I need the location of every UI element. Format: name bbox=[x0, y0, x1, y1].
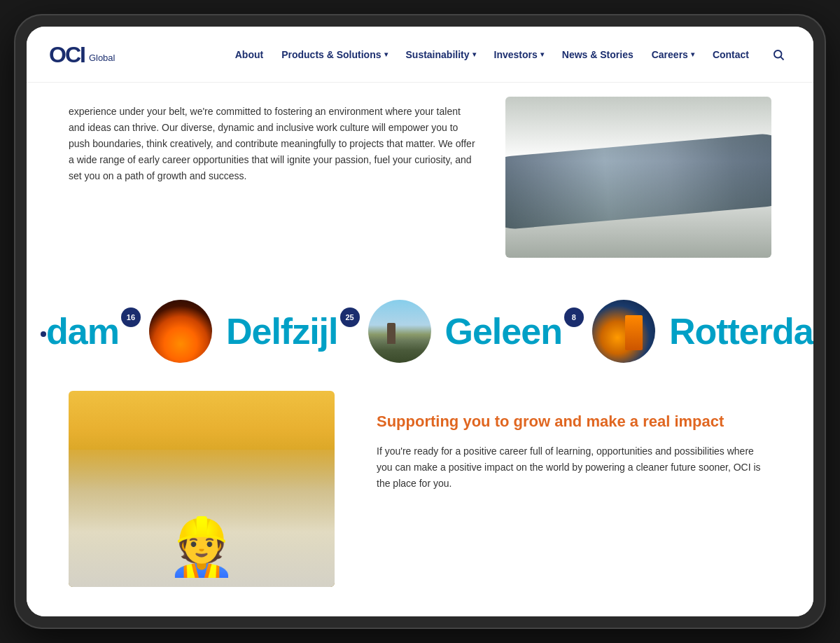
promo-body: If you're ready for a positive career fu… bbox=[377, 443, 771, 492]
bottom-section: Supporting you to grow and make a real i… bbox=[27, 391, 813, 615]
top-section: experience under your belt, we're commit… bbox=[27, 83, 813, 286]
nav-about[interactable]: About bbox=[228, 43, 270, 66]
nav-products[interactable]: Products & Solutions ▾ bbox=[274, 43, 394, 66]
intro-text-block: experience under your belt, we're commit… bbox=[69, 97, 477, 184]
nav-investors-label: Investors bbox=[494, 49, 538, 60]
nav-careers-label: Careers bbox=[652, 49, 688, 60]
chevron-down-icon: ▾ bbox=[384, 50, 388, 58]
delfzijl-circle bbox=[149, 300, 212, 363]
worker-image-block bbox=[69, 391, 335, 587]
screen: OCI Global About Products & Solutions ▾ … bbox=[27, 27, 813, 616]
amsterdam-badge: 16 bbox=[121, 307, 141, 327]
nav-sustainability[interactable]: Sustainability ▾ bbox=[399, 43, 483, 66]
chevron-down-icon: ▾ bbox=[472, 50, 476, 58]
main-content: experience under your belt, we're commit… bbox=[27, 83, 813, 616]
svg-point-0 bbox=[774, 50, 782, 58]
geleen-circle bbox=[368, 300, 431, 363]
navbar: OCI Global About Products & Solutions ▾ … bbox=[27, 27, 813, 83]
promo-text-block: Supporting you to grow and make a real i… bbox=[377, 391, 771, 492]
locations-inner: dam 16 Delfzijl 25 bbox=[27, 300, 813, 363]
intro-body-text: experience under your belt, we're commit… bbox=[69, 104, 477, 184]
chevron-down-icon: ▾ bbox=[691, 50, 694, 58]
locations-strip: dam 16 Delfzijl 25 bbox=[27, 286, 813, 377]
geleen-badge: 8 bbox=[564, 307, 584, 327]
logo-area[interactable]: OCI Global bbox=[49, 43, 115, 66]
delfzijl-name: Delfzijl bbox=[220, 310, 344, 352]
worker-image bbox=[69, 391, 335, 587]
nav-contact-label: Contact bbox=[713, 49, 749, 60]
amsterdam-name: dam bbox=[41, 310, 125, 352]
device-frame: OCI Global About Products & Solutions ▾ … bbox=[14, 14, 826, 629]
search-button[interactable] bbox=[766, 42, 791, 67]
promo-title: Supporting you to grow and make a real i… bbox=[377, 412, 771, 432]
nav-careers[interactable]: Careers ▾ bbox=[645, 43, 701, 66]
nav-news-label: News & Stories bbox=[562, 49, 634, 60]
location-geleen[interactable]: Geleen 8 bbox=[440, 310, 584, 352]
rotterdam-circle bbox=[592, 300, 655, 363]
geleen-image bbox=[368, 300, 431, 363]
logo-text: OCI bbox=[49, 43, 85, 66]
nav-investors[interactable]: Investors ▾ bbox=[487, 43, 551, 66]
pipe-image bbox=[505, 97, 771, 258]
nav-sustainability-label: Sustainability bbox=[406, 49, 470, 60]
delfzijl-badge: 25 bbox=[340, 307, 360, 327]
delfzijl-image bbox=[149, 300, 212, 363]
nav-products-label: Products & Solutions bbox=[281, 49, 381, 60]
location-rotterdam[interactable]: Rotterdar bbox=[664, 310, 813, 352]
pipe-image-block bbox=[505, 97, 771, 258]
rotterdam-name: Rotterdar bbox=[664, 310, 813, 352]
nav-news[interactable]: News & Stories bbox=[555, 43, 640, 66]
svg-line-1 bbox=[780, 57, 783, 60]
logo-global: Global bbox=[89, 53, 115, 63]
rotterdam-image bbox=[592, 300, 655, 363]
chevron-down-icon: ▾ bbox=[540, 50, 544, 58]
nav-about-label: About bbox=[235, 49, 263, 60]
nav-contact[interactable]: Contact bbox=[706, 43, 756, 66]
dot-indicator bbox=[41, 331, 46, 337]
location-delfzijl[interactable]: Delfzijl 25 bbox=[220, 310, 360, 352]
nav-links: About Products & Solutions ▾ Sustainabil… bbox=[228, 42, 791, 67]
geleen-name: Geleen bbox=[440, 310, 568, 352]
